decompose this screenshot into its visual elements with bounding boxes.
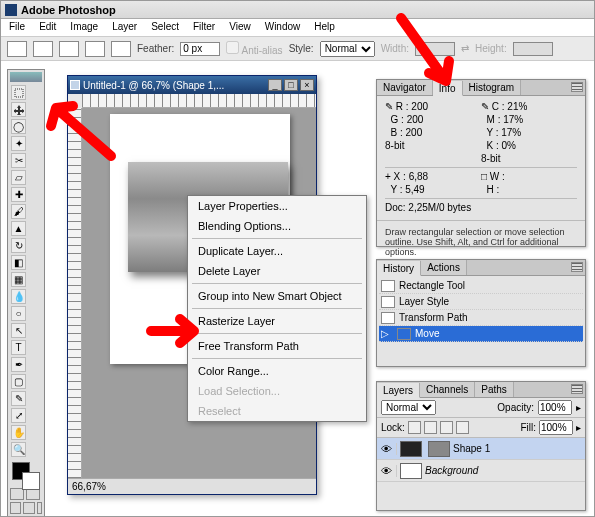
layer-thumbnail-icon[interactable] bbox=[400, 463, 422, 479]
layer-row[interactable]: 👁 Background bbox=[377, 460, 585, 482]
info-x: 6,88 bbox=[409, 171, 428, 182]
history-item[interactable]: Transform Path bbox=[379, 310, 583, 326]
layer-name[interactable]: Shape 1 bbox=[453, 443, 490, 454]
info-body: ✎ R : 200 G : 200 B : 200 8-bit ✎ C : 21… bbox=[377, 96, 585, 218]
minimize-button[interactable]: _ bbox=[268, 79, 282, 91]
annotation-arrow-icon bbox=[146, 311, 206, 353]
history-label: Transform Path bbox=[399, 312, 468, 323]
path-tool-icon[interactable]: ↖ bbox=[11, 323, 26, 338]
info-hint: Draw rectangular selection or move selec… bbox=[377, 223, 585, 261]
layer-name[interactable]: Background bbox=[425, 465, 478, 476]
feather-input[interactable] bbox=[180, 42, 220, 56]
pen-tool-icon[interactable]: ✒ bbox=[11, 357, 26, 372]
visibility-icon[interactable]: 👁 bbox=[377, 465, 397, 477]
eraser-tool-icon[interactable]: ◧ bbox=[11, 255, 26, 270]
selection-subtract-icon[interactable] bbox=[85, 41, 105, 57]
opacity-label: Opacity: bbox=[497, 402, 534, 413]
ctx-free-transform-path[interactable]: Free Transform Path bbox=[188, 336, 366, 356]
menu-edit[interactable]: Edit bbox=[33, 19, 62, 36]
maximize-button[interactable]: □ bbox=[284, 79, 298, 91]
menu-image[interactable]: Image bbox=[64, 19, 104, 36]
menu-filter[interactable]: Filter bbox=[187, 19, 221, 36]
menu-layer[interactable]: Layer bbox=[106, 19, 143, 36]
color-swatches[interactable] bbox=[10, 458, 42, 486]
background-color-icon[interactable] bbox=[22, 472, 40, 490]
screenmode-c-icon[interactable] bbox=[37, 502, 42, 514]
style-select[interactable]: Normal bbox=[320, 41, 375, 57]
history-brush-tool-icon[interactable]: ↻ bbox=[11, 238, 26, 253]
menu-view[interactable]: View bbox=[223, 19, 257, 36]
history-label: Move bbox=[415, 328, 439, 339]
tab-histogram[interactable]: Histogram bbox=[463, 80, 522, 95]
blend-mode-select[interactable]: Normal bbox=[381, 400, 436, 415]
hand-tool-icon[interactable]: ✋ bbox=[11, 425, 26, 440]
blur-tool-icon[interactable]: 💧 bbox=[11, 289, 26, 304]
dodge-tool-icon[interactable]: ○ bbox=[11, 306, 26, 321]
info-panel: Navigator Info Histogram ✎ R : 200 G : 2… bbox=[376, 79, 586, 247]
visibility-icon[interactable]: 👁 bbox=[377, 443, 397, 455]
move-tool-icon[interactable] bbox=[11, 102, 26, 117]
transform-icon bbox=[381, 312, 395, 324]
lock-pixels-icon[interactable] bbox=[424, 421, 437, 434]
panel-menu-icon[interactable] bbox=[571, 384, 583, 394]
brush-tool-icon[interactable]: 🖌 bbox=[11, 204, 26, 219]
screenmode-a-icon[interactable] bbox=[10, 502, 21, 514]
stamp-tool-icon[interactable]: ▲ bbox=[11, 221, 26, 236]
heal-tool-icon[interactable]: ✚ bbox=[11, 187, 26, 202]
lock-position-icon[interactable] bbox=[440, 421, 453, 434]
toolbox-header-icon bbox=[10, 72, 42, 82]
ctx-duplicate-layer[interactable]: Duplicate Layer... bbox=[188, 241, 366, 261]
lock-transparency-icon[interactable] bbox=[408, 421, 421, 434]
crop-tool-icon[interactable]: ✂ bbox=[11, 153, 26, 168]
tab-actions[interactable]: Actions bbox=[421, 260, 467, 275]
layer-mask-icon[interactable] bbox=[428, 441, 450, 457]
ctx-delete-layer[interactable]: Delete Layer bbox=[188, 261, 366, 281]
ctx-blending-options[interactable]: Blending Options... bbox=[188, 216, 366, 236]
screenmode-b-icon[interactable] bbox=[23, 502, 34, 514]
zoom-tool-icon[interactable]: 🔍 bbox=[11, 442, 26, 457]
type-tool-icon[interactable]: T bbox=[11, 340, 26, 355]
opacity-input[interactable] bbox=[538, 400, 572, 415]
eyedropper-tool-icon[interactable]: ⤢ bbox=[11, 408, 26, 423]
selection-add-icon[interactable] bbox=[59, 41, 79, 57]
menu-help[interactable]: Help bbox=[308, 19, 341, 36]
lock-all-icon[interactable] bbox=[456, 421, 469, 434]
panel-menu-icon[interactable] bbox=[571, 82, 583, 92]
panel-menu-icon[interactable] bbox=[571, 262, 583, 272]
ctx-rasterize-layer[interactable]: Rasterize Layer bbox=[188, 311, 366, 331]
tab-channels[interactable]: Channels bbox=[420, 382, 475, 397]
notes-tool-icon[interactable]: ✎ bbox=[11, 391, 26, 406]
menu-file[interactable]: File bbox=[3, 19, 31, 36]
selection-new-icon[interactable] bbox=[33, 41, 53, 57]
history-item[interactable]: ▷Move bbox=[379, 326, 583, 342]
document-titlebar[interactable]: Untitled-1 @ 66,7% (Shape 1,... _ □ × bbox=[68, 76, 316, 94]
opacity-arrow-icon[interactable]: ▸ bbox=[576, 402, 581, 413]
menu-window[interactable]: Window bbox=[259, 19, 307, 36]
ctx-color-range[interactable]: Color Range... bbox=[188, 361, 366, 381]
tool-preset-icon[interactable] bbox=[7, 41, 27, 57]
fill-arrow-icon[interactable]: ▸ bbox=[576, 422, 581, 433]
fill-input[interactable] bbox=[539, 420, 573, 435]
history-item[interactable]: Layer Style bbox=[379, 294, 583, 310]
layer-row[interactable]: 👁 Shape 1 bbox=[377, 438, 585, 460]
marquee-tool-icon[interactable] bbox=[11, 85, 26, 100]
slice-tool-icon[interactable]: ▱ bbox=[11, 170, 26, 185]
shape-tool-icon[interactable]: ▢ bbox=[11, 374, 26, 389]
document-icon bbox=[70, 80, 80, 90]
wand-tool-icon[interactable]: ✦ bbox=[11, 136, 26, 151]
menu-select[interactable]: Select bbox=[145, 19, 185, 36]
close-button[interactable]: × bbox=[300, 79, 314, 91]
selection-intersect-icon[interactable] bbox=[111, 41, 131, 57]
app-titlebar: Adobe Photoshop bbox=[1, 1, 594, 19]
tab-paths[interactable]: Paths bbox=[475, 382, 514, 397]
zoom-level[interactable]: 66,67% bbox=[72, 481, 106, 492]
antialias-checkbox bbox=[226, 41, 239, 54]
tab-layers[interactable]: Layers bbox=[377, 383, 420, 398]
gradient-tool-icon[interactable]: ▦ bbox=[11, 272, 26, 287]
history-item[interactable]: Rectangle Tool bbox=[379, 278, 583, 294]
ctx-layer-properties[interactable]: Layer Properties... bbox=[188, 196, 366, 216]
lasso-tool-icon[interactable]: ◯ bbox=[11, 119, 26, 134]
tab-history[interactable]: History bbox=[377, 261, 421, 276]
layer-thumbnail-icon[interactable] bbox=[400, 441, 422, 457]
ctx-group-smart-object[interactable]: Group into New Smart Object bbox=[188, 286, 366, 306]
